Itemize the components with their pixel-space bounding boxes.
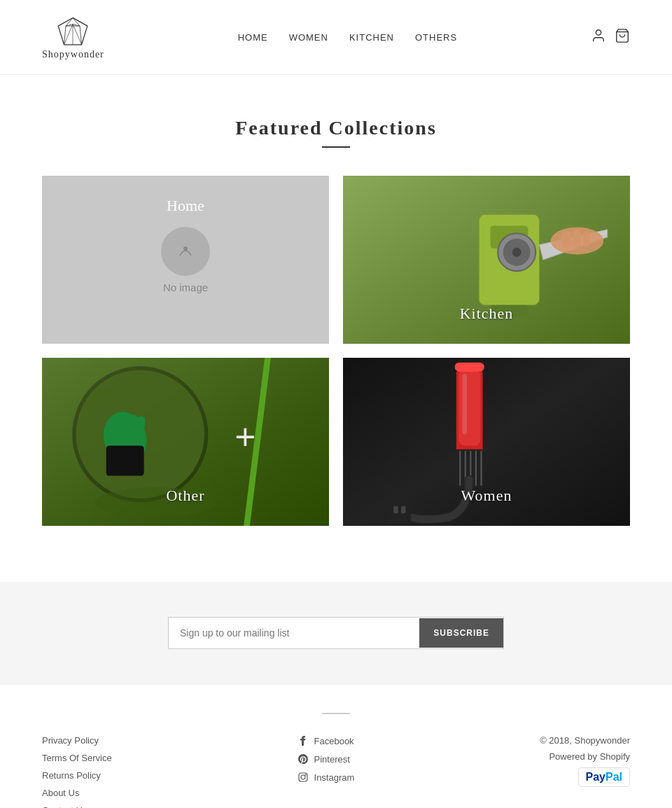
collection-card-home[interactable]: No image Home: [42, 176, 329, 344]
svg-rect-48: [455, 363, 484, 372]
kitchen-card-label: Kitchen: [460, 305, 514, 323]
facebook-link[interactable]: Facebook: [298, 735, 355, 746]
copyright-text: © 2018, Shopywonder: [540, 735, 630, 746]
paypal-badge: PayPal: [578, 767, 630, 787]
powered-by-text: Powered by Shopify: [549, 751, 630, 762]
pinterest-icon: [298, 753, 309, 765]
footer-divider: [322, 713, 350, 714]
svg-rect-21: [562, 231, 571, 248]
site-footer: Privacy Policy Terms Of Service Returns …: [0, 684, 672, 808]
footer-link-privacy[interactable]: Privacy Policy: [42, 735, 112, 746]
newsletter-form: SUBSCRIBE: [168, 617, 504, 649]
svg-point-52: [305, 774, 306, 775]
site-header: Shopywonder HOME WOMEN KITCHEN OTHERS: [0, 0, 672, 75]
home-card-label: Home: [167, 197, 204, 215]
footer-right: © 2018, Shopywonder Powered by Shopify P…: [540, 735, 630, 787]
svg-line-3: [64, 26, 66, 45]
other-card-label: Other: [166, 487, 204, 505]
footer-link-returns[interactable]: Returns Policy: [42, 770, 112, 781]
svg-rect-22: [573, 230, 581, 248]
svg-line-5: [64, 25, 74, 45]
footer-link-contact[interactable]: Contact Us: [42, 805, 112, 808]
nav-others[interactable]: OTHERS: [415, 32, 457, 43]
nav-kitchen[interactable]: KITCHEN: [349, 32, 394, 43]
title-divider: [322, 146, 350, 148]
newsletter-email-input[interactable]: [169, 618, 419, 648]
svg-point-8: [596, 29, 601, 34]
collection-card-other[interactable]: + Other: [42, 358, 329, 526]
header-icons: [591, 28, 630, 47]
svg-rect-47: [401, 506, 405, 514]
instagram-link[interactable]: Instagram: [298, 772, 355, 783]
no-image-icon: [161, 227, 210, 276]
svg-rect-38: [458, 370, 480, 446]
featured-collections-title: Featured Collections: [42, 117, 630, 139]
svg-rect-32: [106, 445, 144, 475]
no-image-text: No image: [163, 281, 208, 293]
svg-text:+: +: [234, 417, 255, 457]
pinterest-link[interactable]: Pinterest: [298, 753, 355, 765]
svg-rect-49: [462, 374, 466, 434]
svg-rect-31: [136, 416, 146, 433]
footer-links: Privacy Policy Terms Of Service Returns …: [42, 735, 112, 808]
account-icon[interactable]: [591, 28, 606, 47]
svg-rect-23: [583, 231, 590, 246]
facebook-icon: [298, 735, 309, 746]
footer-content: Privacy Policy Terms Of Service Returns …: [42, 735, 630, 808]
subscribe-button[interactable]: SUBSCRIBE: [419, 618, 503, 648]
logo[interactable]: Shopywonder: [42, 14, 104, 60]
nav-women[interactable]: WOMEN: [289, 32, 328, 43]
svg-point-51: [301, 775, 305, 779]
main-content: Featured Collections No image Home: [0, 75, 672, 582]
instagram-label: Instagram: [314, 772, 355, 783]
main-nav: HOME WOMEN KITCHEN OTHERS: [238, 32, 458, 43]
cart-icon[interactable]: [615, 28, 630, 47]
facebook-label: Facebook: [314, 736, 354, 746]
collection-card-kitchen[interactable]: Kitchen: [343, 176, 630, 344]
logo-text: Shopywonder: [42, 49, 104, 60]
logo-diamond-icon: [55, 14, 90, 49]
svg-line-4: [80, 26, 82, 45]
svg-rect-45: [388, 510, 411, 525]
svg-point-18: [512, 248, 522, 257]
footer-link-tos[interactable]: Terms Of Service: [42, 753, 112, 763]
instagram-icon: [298, 772, 309, 783]
footer-link-about[interactable]: About Us: [42, 788, 112, 798]
svg-rect-46: [393, 506, 398, 514]
svg-point-11: [183, 246, 188, 251]
women-card-label: Women: [461, 487, 512, 505]
collections-grid: No image Home: [42, 176, 630, 526]
pinterest-label: Pinterest: [314, 754, 350, 765]
collection-card-women[interactable]: Women: [343, 358, 630, 526]
svg-point-10: [174, 240, 197, 263]
svg-line-6: [73, 25, 82, 45]
footer-social: Facebook Pinterest Insta: [298, 735, 355, 783]
nav-home[interactable]: HOME: [238, 32, 268, 43]
newsletter-section: SUBSCRIBE: [0, 582, 672, 684]
